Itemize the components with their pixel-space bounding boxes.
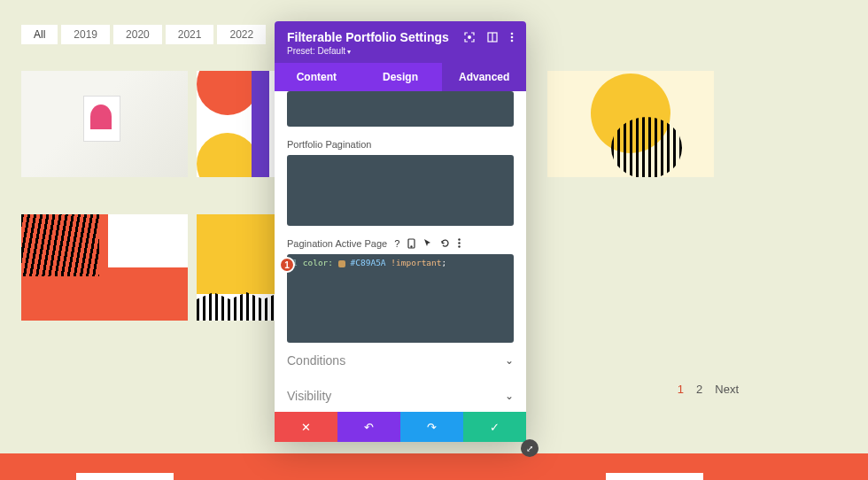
help-icon[interactable]: ? bbox=[394, 238, 399, 249]
code-property: color: bbox=[303, 258, 333, 267]
portfolio-item[interactable] bbox=[21, 214, 188, 321]
tablet-icon[interactable] bbox=[407, 238, 415, 249]
field-label-portfolio-pagination: Portfolio Pagination bbox=[287, 139, 371, 150]
modal-footer: ✕ ↶ ↷ ✓ bbox=[275, 412, 526, 442]
filter-tab-2022[interactable]: 2022 bbox=[217, 25, 266, 44]
filter-tab-2021[interactable]: 2021 bbox=[166, 25, 214, 44]
css-textarea-pagination[interactable] bbox=[287, 155, 514, 226]
svg-point-4 bbox=[511, 36, 514, 39]
preset-dropdown[interactable]: Preset: Default bbox=[287, 46, 514, 56]
code-semicolon: ; bbox=[442, 258, 447, 267]
kebab-menu-icon[interactable] bbox=[458, 238, 461, 249]
svg-point-7 bbox=[411, 246, 412, 247]
css-textarea[interactable] bbox=[287, 91, 514, 127]
pagination-page-2[interactable]: 2 bbox=[696, 383, 702, 396]
undo-button[interactable]: ↶ bbox=[337, 412, 400, 442]
portfolio-item[interactable] bbox=[21, 71, 188, 177]
color-swatch-icon bbox=[338, 260, 345, 267]
filter-tab-all[interactable]: All bbox=[21, 25, 58, 44]
field-label-pagination-active-page: Pagination Active Page bbox=[287, 238, 387, 249]
svg-point-10 bbox=[459, 245, 461, 247]
check-icon: ✓ bbox=[490, 421, 500, 434]
chevron-down-icon: ⌄ bbox=[505, 354, 514, 367]
tab-design[interactable]: Design bbox=[359, 63, 443, 91]
portfolio-item[interactable] bbox=[547, 71, 714, 177]
section-toggle-visibility[interactable]: Visibility ⌄ bbox=[287, 378, 514, 405]
svg-point-3 bbox=[511, 33, 514, 35]
reset-icon[interactable] bbox=[440, 238, 450, 249]
columns-icon[interactable] bbox=[487, 32, 498, 43]
filter-tab-2020[interactable]: 2020 bbox=[113, 25, 162, 44]
modal-tabs: Content Design Advanced bbox=[275, 63, 526, 91]
code-important: !important bbox=[391, 258, 441, 267]
svg-point-5 bbox=[511, 40, 514, 43]
step-badge-1: 1 bbox=[279, 257, 295, 273]
footer-strip bbox=[0, 453, 868, 480]
section-toggle-conditions[interactable]: Conditions ⌄ bbox=[287, 343, 514, 378]
svg-point-9 bbox=[459, 242, 461, 244]
tab-content[interactable]: Content bbox=[275, 63, 359, 91]
save-button[interactable]: ✓ bbox=[463, 412, 526, 442]
code-value: #C89A5A bbox=[351, 258, 386, 267]
redo-icon: ↷ bbox=[427, 421, 437, 434]
modal-body[interactable]: Portfolio Pagination Pagination Active P… bbox=[275, 91, 526, 412]
kebab-menu-icon[interactable] bbox=[510, 32, 514, 43]
section-label: Visibility bbox=[287, 389, 331, 403]
pagination-page-1[interactable]: 1 bbox=[678, 383, 684, 396]
resize-handle[interactable]: ⤢ bbox=[521, 439, 539, 457]
cancel-button[interactable]: ✕ bbox=[275, 412, 337, 442]
redo-button[interactable]: ↷ bbox=[400, 412, 463, 442]
modal-header[interactable]: Filterable Portfolio Settings Preset: De… bbox=[275, 21, 526, 63]
resize-icon: ⤢ bbox=[526, 444, 533, 453]
svg-point-8 bbox=[459, 238, 461, 240]
undo-icon: ↶ bbox=[364, 421, 374, 434]
section-label: Conditions bbox=[287, 353, 345, 368]
pagination-next[interactable]: Next bbox=[715, 383, 739, 396]
settings-modal: Filterable Portfolio Settings Preset: De… bbox=[275, 21, 526, 442]
chevron-down-icon: ⌄ bbox=[505, 390, 514, 402]
svg-point-0 bbox=[469, 36, 471, 39]
close-icon: ✕ bbox=[301, 421, 311, 434]
tab-advanced[interactable]: Advanced bbox=[442, 63, 526, 91]
css-textarea-active-page[interactable]: 1color: #C89A5A !important; bbox=[287, 254, 514, 343]
filter-tab-2019[interactable]: 2019 bbox=[61, 25, 110, 44]
focus-icon[interactable] bbox=[464, 32, 475, 43]
hover-icon[interactable] bbox=[423, 238, 432, 249]
modal-title: Filterable Portfolio Settings bbox=[287, 30, 449, 44]
portfolio-pagination: 1 2 Next bbox=[678, 383, 739, 396]
